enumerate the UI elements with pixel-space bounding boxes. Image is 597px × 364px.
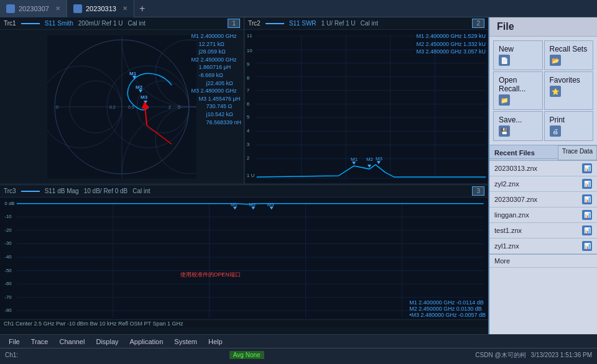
recent-files-list: 20230313.znx 📊 zyl2.znx 📊 20230307.znx 📊… (489, 161, 597, 254)
print-button[interactable]: Print 🖨 (544, 111, 594, 141)
smith-chart-svg: 0 0.2 0.5 1 2 5 M1 M2 M3 (47, 35, 197, 178)
recent-file-2[interactable]: 20230307.znx 📊 (489, 192, 597, 207)
recall-sets-icon: 📂 (550, 55, 561, 66)
trc2-cal: Cal int (361, 20, 378, 27)
trc1-scale: 200mU/ Ref 1 U (78, 20, 123, 27)
recent-file-4[interactable]: test1.znx 📊 (489, 223, 597, 239)
trc2-header: Trc2 S11 SWR 1 U/ Ref 1 U Cal int 2 (244, 17, 488, 30)
save-label: Save... (499, 116, 522, 124)
tab-20230307[interactable]: 20230307 ✕ (0, 0, 67, 17)
svg-text:0.5: 0.5 (128, 105, 134, 109)
svg-text:1 U: 1 U (247, 173, 255, 178)
tab-label-1: 20230307 (19, 5, 49, 12)
trc2-channel[interactable]: 2 (472, 19, 484, 28)
avg-badge: Avg None (229, 351, 264, 359)
recent-file-icon-4: 📊 (582, 225, 592, 235)
main-area: Trc1 S11 Smith 200mU/ Ref 1 U Cal int 1 (0, 17, 597, 334)
datetime: 3/13/2023 1:51:36 PM (531, 352, 592, 358)
svg-text:0 dB: 0 dB (4, 201, 14, 206)
trc2-panel: Trc2 S11 SWR 1 U/ Ref 1 U Cal int 2 11 1… (244, 17, 488, 184)
trc3-line (21, 191, 40, 192)
save-button[interactable]: Save... 💾 (493, 111, 543, 141)
svg-text:-40: -40 (4, 254, 12, 260)
tab-label-2: 20230313 (86, 5, 116, 12)
file-panel: File New 📄 Recall Sets 📂 Open Recall... … (488, 17, 597, 334)
tab-close-1[interactable]: ✕ (55, 5, 60, 12)
menu-file[interactable]: File (4, 337, 25, 347)
svg-text:2: 2 (169, 105, 171, 109)
svg-text:M3: M3 (376, 156, 383, 162)
svg-text:6: 6 (247, 101, 250, 107)
open-recall-label: Open Recall... (499, 76, 537, 93)
trc3-type: S11 dB Mag (45, 188, 79, 194)
new-icon: 📄 (499, 55, 510, 66)
menu-display[interactable]: Display (91, 337, 123, 347)
menu-application[interactable]: Application (125, 337, 169, 347)
menu-channel[interactable]: Channel (54, 337, 90, 347)
svg-text:7: 7 (247, 88, 250, 93)
svg-text:-60: -60 (4, 281, 12, 286)
svg-text:2: 2 (247, 155, 250, 161)
recent-file-icon-2: 📊 (582, 194, 592, 204)
svg-text:3: 3 (247, 142, 250, 147)
new-label: New (499, 45, 514, 53)
recent-file-name-3: linggan.znx (494, 211, 529, 219)
svg-text:M1: M1 (351, 157, 358, 162)
trc1-panel: Trc1 S11 Smith 200mU/ Ref 1 U Cal int 1 (0, 17, 244, 184)
svg-text:9: 9 (247, 61, 250, 67)
watermark: CSDN @木可的柯 (475, 351, 525, 360)
recent-file-3[interactable]: linggan.znx 📊 (489, 207, 597, 223)
svg-text:M1: M1 (231, 202, 238, 207)
tab-bar: 20230307 ✕ 20230313 ✕ + (0, 0, 597, 17)
recall-sets-label: Recall Sets (550, 45, 588, 53)
svg-text:10: 10 (247, 48, 252, 53)
recent-file-name-0: 20230313.znx (494, 165, 537, 172)
smith-chart-area: 0 0.2 0.5 1 2 5 M1 M2 M3 (0, 30, 244, 183)
tab-icon-1 (6, 4, 15, 13)
recent-file-name-1: zyl2.znx (494, 180, 519, 188)
recent-file-name-5: zyl1.znx (494, 242, 519, 250)
open-recall-icon: 📁 (499, 94, 510, 106)
svg-text:M1: M1 (129, 71, 137, 76)
recent-file-icon-5: 📊 (582, 241, 592, 251)
instrument-area: Trc1 S11 Smith 200mU/ Ref 1 U Cal int 1 (0, 17, 488, 334)
status-ch1: Ch1: (5, 352, 18, 358)
tab-icon-2 (73, 4, 82, 13)
menu-trace[interactable]: Trace (26, 337, 53, 347)
recent-file-name-2: 20230307.znx (494, 196, 537, 203)
svg-text:-80: -80 (4, 307, 12, 313)
menu-system[interactable]: System (169, 337, 202, 347)
svg-text:M2: M2 (136, 84, 143, 90)
tab-20230313[interactable]: 20230313 ✕ (67, 0, 134, 17)
menu-help[interactable]: Help (203, 337, 228, 347)
status-bar: Ch1: Avg None CSDN @木可的柯 3/13/2023 1:51:… (0, 348, 597, 362)
favorites-button[interactable]: Favorites ⭐ (544, 71, 594, 110)
recent-file-1[interactable]: zyl2.znx 📊 (489, 176, 597, 192)
svg-text:使用校准件的OPEN端口: 使用校准件的OPEN端口 (180, 271, 241, 278)
svg-text:1: 1 (147, 105, 149, 109)
new-button[interactable]: New 📄 (493, 40, 543, 70)
recent-file-5[interactable]: zyl1.znx 📊 (489, 239, 597, 254)
tab-close-2[interactable]: ✕ (123, 5, 127, 12)
recent-file-name-4: test1.znx (494, 227, 522, 234)
favorites-icon: ⭐ (550, 86, 561, 97)
svg-text:M3: M3 (267, 202, 275, 207)
svg-text:-70: -70 (4, 294, 12, 300)
trc2-marker-table: M1 2.400000 GHz 1.529 kU M2 2.450000 GHz… (416, 32, 486, 56)
trace-data-label: Trace Data (562, 148, 593, 155)
tab-add-button[interactable]: + (134, 3, 150, 14)
trace-data-button[interactable]: Trace Data (558, 145, 597, 160)
print-label: Print (550, 116, 565, 124)
db-mag-area: 0 dB -10 -20 -30 -40 -50 -60 -70 -80 (0, 198, 488, 319)
open-recall-button[interactable]: Open Recall... 📁 (493, 71, 543, 110)
trc1-channel[interactable]: 1 (228, 19, 240, 28)
favorites-label: Favorites (550, 76, 580, 84)
recall-sets-button[interactable]: Recall Sets 📂 (544, 40, 594, 70)
recent-file-0[interactable]: 20230313.znx 📊 (489, 161, 597, 176)
file-menu-grid: New 📄 Recall Sets 📂 Open Recall... 📁 Fav… (489, 37, 597, 145)
trc3-ch-text: Ch1 Center 2.5 GHz Pwr -10 dBm Bw 10 kHz… (4, 321, 183, 327)
trc1-line (21, 23, 40, 24)
menu-bar: File Trace Channel Display Application S… (0, 334, 597, 348)
more-button[interactable]: More (489, 254, 597, 268)
trc3-channel[interactable]: 3 (472, 186, 484, 196)
